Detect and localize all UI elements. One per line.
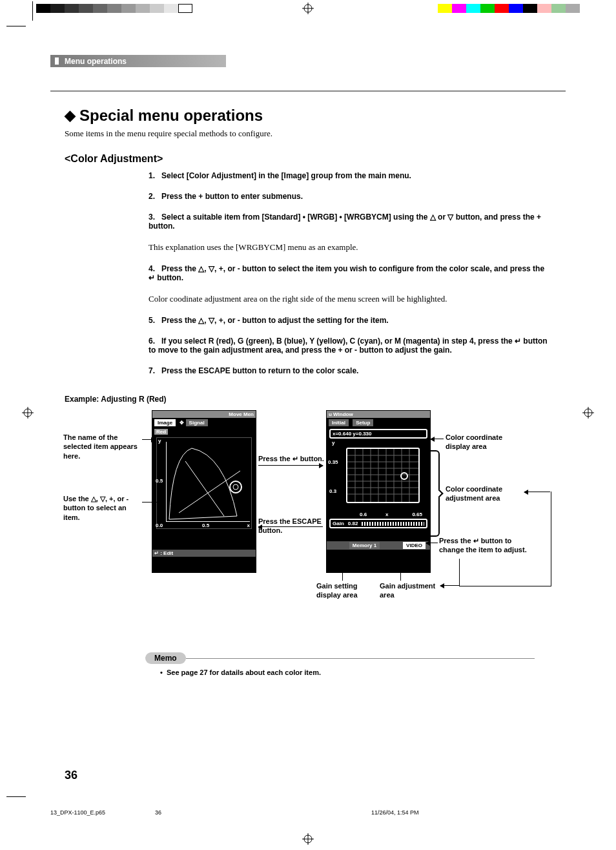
step-2: 2.Press the + button to enter submenus. bbox=[149, 192, 549, 201]
page-number: 36 bbox=[65, 769, 77, 782]
label-press-enter-change: Press the ↵ button to change the item to… bbox=[439, 536, 529, 555]
memo-bullet: • See page 27 for datails about each col… bbox=[160, 669, 321, 676]
example-diagram: Move Men Image ✥ Signal Red y 0.5 0.0 0.… bbox=[65, 410, 568, 643]
brace-icon bbox=[431, 450, 440, 537]
breadcrumb: Menu operations bbox=[50, 55, 226, 67]
label-press-enter: Press the ↵ button. bbox=[258, 454, 329, 463]
diamond-icon: ◆ bbox=[65, 107, 76, 124]
mock-screen-right: u Window Initial Setup x=0.640 y=0.330 y… bbox=[326, 410, 431, 573]
line bbox=[342, 572, 343, 581]
section-title: Special menu operations bbox=[79, 107, 263, 125]
memo-header: Memo bbox=[145, 652, 535, 664]
grayscale-bar bbox=[36, 4, 192, 13]
registration-mark-icon bbox=[22, 407, 34, 419]
step-1: 1.Select [Color Adjustment] in the [Imag… bbox=[149, 171, 549, 180]
registration-mark-icon bbox=[302, 833, 314, 845]
step-5: 5.Press the △, ▽, +, or - button to adju… bbox=[149, 316, 549, 325]
arrow-icon bbox=[431, 439, 444, 439]
arrow-icon bbox=[142, 439, 155, 440]
arrow-icon bbox=[258, 465, 323, 466]
arrow-icon bbox=[142, 502, 165, 503]
registration-mark-icon bbox=[302, 3, 314, 14]
footer-file: 13_DPX-1100_E.p65 bbox=[50, 809, 105, 816]
label-coord-display: Color coordinate display area bbox=[446, 433, 523, 451]
subsection-title: <Color Adjustment> bbox=[65, 153, 568, 165]
divider bbox=[50, 90, 566, 92]
svg-line-13 bbox=[185, 461, 224, 516]
arrow-icon bbox=[524, 492, 550, 492]
memo-label: Memo bbox=[145, 652, 186, 664]
color-bar bbox=[438, 4, 580, 13]
page-title: ◆ Special menu operations bbox=[65, 107, 568, 125]
note-after-4: Color coodinate adjustment area on the r… bbox=[149, 294, 549, 304]
step-4: 4.Press the △, ▽, +, or - button to sele… bbox=[149, 264, 549, 282]
svg-point-15 bbox=[233, 484, 238, 490]
intro-text: Some items in the menu require special m… bbox=[65, 129, 568, 139]
label-gain-display: Gain setting display area bbox=[316, 581, 375, 600]
example-title: Example: Adjusting R (Red) bbox=[65, 395, 568, 404]
arrow-icon bbox=[426, 543, 438, 543]
svg-point-14 bbox=[230, 481, 241, 493]
note-after-3: This explanation uses the [WRGBYCM] menu… bbox=[149, 242, 549, 253]
svg-line-12 bbox=[179, 471, 240, 513]
footer-page: 36 bbox=[155, 809, 161, 816]
arrow-icon bbox=[258, 526, 323, 527]
label-coord-adjust: Color coordinate adjustment area bbox=[446, 484, 523, 503]
step-7: 7.Press the ESCAPE button to return to t… bbox=[149, 366, 549, 375]
mock-screen-left: Move Men Image ✥ Signal Red y 0.5 0.0 0.… bbox=[152, 410, 256, 573]
step-3: 3.Select a suitable item from [Standard]… bbox=[149, 212, 549, 231]
label-use-buttons: Use the △, ▽, +, or - button to select a… bbox=[63, 494, 144, 522]
line bbox=[400, 572, 401, 581]
registration-mark-icon bbox=[582, 407, 594, 419]
step-6: 6.If you select R (red), G (green), B (b… bbox=[149, 337, 549, 355]
arrow-icon bbox=[440, 585, 460, 586]
footer-date: 11/26/04, 1:54 PM bbox=[371, 809, 419, 816]
breadcrumb-label: Menu operations bbox=[65, 57, 127, 66]
label-selected-item-name: The name of the selected item appears he… bbox=[63, 433, 144, 461]
